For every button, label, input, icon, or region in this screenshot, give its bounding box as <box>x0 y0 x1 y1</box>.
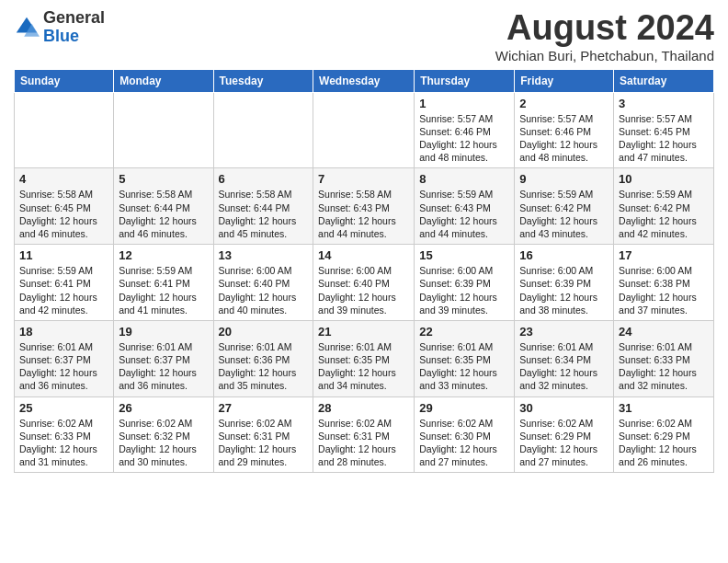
calendar-header-row: SundayMondayTuesdayWednesdayThursdayFrid… <box>15 69 714 92</box>
cell-info: Sunrise: 6:00 AM Sunset: 6:39 PM Dayligh… <box>519 264 609 316</box>
calendar-cell <box>213 92 313 168</box>
calendar-cell: 9Sunrise: 5:59 AM Sunset: 6:42 PM Daylig… <box>515 168 614 245</box>
cell-info: Sunrise: 5:59 AM Sunset: 6:41 PM Dayligh… <box>119 264 208 316</box>
cell-info: Sunrise: 6:00 AM Sunset: 6:40 PM Dayligh… <box>318 264 409 316</box>
calendar-cell: 14Sunrise: 6:00 AM Sunset: 6:40 PM Dayli… <box>313 245 415 321</box>
day-number: 31 <box>619 401 709 415</box>
day-number: 12 <box>119 248 208 262</box>
calendar-cell: 8Sunrise: 5:59 AM Sunset: 6:43 PM Daylig… <box>415 168 515 245</box>
calendar-table: SundayMondayTuesdayWednesdayThursdayFrid… <box>14 69 714 473</box>
calendar-cell: 4Sunrise: 5:58 AM Sunset: 6:45 PM Daylig… <box>15 168 114 245</box>
day-number: 9 <box>519 172 609 186</box>
cell-info: Sunrise: 6:01 AM Sunset: 6:33 PM Dayligh… <box>619 340 709 393</box>
calendar-week-row: 18Sunrise: 6:01 AM Sunset: 6:37 PM Dayli… <box>15 320 714 396</box>
calendar-cell: 2Sunrise: 5:57 AM Sunset: 6:46 PM Daylig… <box>515 92 614 168</box>
calendar-cell: 25Sunrise: 6:02 AM Sunset: 6:33 PM Dayli… <box>15 396 114 473</box>
cell-info: Sunrise: 5:57 AM Sunset: 6:45 PM Dayligh… <box>619 112 709 165</box>
day-number: 14 <box>318 248 409 262</box>
day-number: 27 <box>219 401 309 415</box>
calendar-cell: 31Sunrise: 6:02 AM Sunset: 6:29 PM Dayli… <box>614 396 714 473</box>
cell-info: Sunrise: 5:58 AM Sunset: 6:45 PM Dayligh… <box>19 188 108 240</box>
calendar-cell: 1Sunrise: 5:57 AM Sunset: 6:46 PM Daylig… <box>415 92 515 168</box>
calendar-cell <box>114 92 213 168</box>
cell-info: Sunrise: 6:01 AM Sunset: 6:37 PM Dayligh… <box>119 340 208 393</box>
cell-info: Sunrise: 6:02 AM Sunset: 6:31 PM Dayligh… <box>318 417 409 469</box>
calendar-cell: 10Sunrise: 5:59 AM Sunset: 6:42 PM Dayli… <box>614 168 714 245</box>
page-header: General Blue August 2024 Wichian Buri, P… <box>14 9 714 63</box>
day-header-tuesday: Tuesday <box>213 69 313 92</box>
cell-info: Sunrise: 6:02 AM Sunset: 6:30 PM Dayligh… <box>419 417 509 469</box>
calendar-cell: 3Sunrise: 5:57 AM Sunset: 6:45 PM Daylig… <box>614 92 714 168</box>
day-header-monday: Monday <box>114 69 213 92</box>
calendar-week-row: 1Sunrise: 5:57 AM Sunset: 6:46 PM Daylig… <box>15 92 714 168</box>
day-number: 26 <box>119 401 208 415</box>
calendar-cell: 24Sunrise: 6:01 AM Sunset: 6:33 PM Dayli… <box>614 320 714 396</box>
day-number: 25 <box>19 401 108 415</box>
calendar-cell: 29Sunrise: 6:02 AM Sunset: 6:30 PM Dayli… <box>415 396 515 473</box>
day-number: 21 <box>318 325 409 339</box>
calendar-cell <box>15 92 114 168</box>
calendar-cell: 16Sunrise: 6:00 AM Sunset: 6:39 PM Dayli… <box>515 245 614 321</box>
calendar-cell: 21Sunrise: 6:01 AM Sunset: 6:35 PM Dayli… <box>313 320 415 396</box>
calendar-cell: 30Sunrise: 6:02 AM Sunset: 6:29 PM Dayli… <box>515 396 614 473</box>
day-number: 30 <box>519 401 609 415</box>
calendar-week-row: 4Sunrise: 5:58 AM Sunset: 6:45 PM Daylig… <box>15 168 714 245</box>
calendar-cell: 5Sunrise: 5:58 AM Sunset: 6:44 PM Daylig… <box>114 168 213 245</box>
month-title: August 2024 <box>495 9 714 48</box>
cell-info: Sunrise: 6:02 AM Sunset: 6:29 PM Dayligh… <box>619 417 709 469</box>
cell-info: Sunrise: 6:01 AM Sunset: 6:35 PM Dayligh… <box>318 340 409 393</box>
logo-general-text: General <box>43 8 105 27</box>
calendar-cell: 13Sunrise: 6:00 AM Sunset: 6:40 PM Dayli… <box>213 245 313 321</box>
cell-info: Sunrise: 5:59 AM Sunset: 6:43 PM Dayligh… <box>419 188 509 240</box>
logo-icon <box>14 15 40 40</box>
cell-info: Sunrise: 6:01 AM Sunset: 6:34 PM Dayligh… <box>519 340 609 393</box>
calendar-cell: 15Sunrise: 6:00 AM Sunset: 6:39 PM Dayli… <box>415 245 515 321</box>
calendar-cell: 17Sunrise: 6:00 AM Sunset: 6:38 PM Dayli… <box>614 245 714 321</box>
day-number: 8 <box>419 172 509 186</box>
calendar-cell: 28Sunrise: 6:02 AM Sunset: 6:31 PM Dayli… <box>313 396 415 473</box>
calendar-cell: 23Sunrise: 6:01 AM Sunset: 6:34 PM Dayli… <box>515 320 614 396</box>
cell-info: Sunrise: 6:00 AM Sunset: 6:38 PM Dayligh… <box>619 264 709 316</box>
day-number: 18 <box>19 325 108 339</box>
day-number: 13 <box>219 248 309 262</box>
calendar-cell: 26Sunrise: 6:02 AM Sunset: 6:32 PM Dayli… <box>114 396 213 473</box>
day-number: 2 <box>519 97 609 110</box>
calendar-cell: 6Sunrise: 5:58 AM Sunset: 6:44 PM Daylig… <box>213 168 313 245</box>
day-number: 28 <box>318 401 409 415</box>
day-number: 5 <box>119 172 208 186</box>
day-number: 23 <box>519 325 609 339</box>
cell-info: Sunrise: 5:59 AM Sunset: 6:42 PM Dayligh… <box>519 188 609 240</box>
cell-info: Sunrise: 6:02 AM Sunset: 6:29 PM Dayligh… <box>519 417 609 469</box>
calendar-cell: 27Sunrise: 6:02 AM Sunset: 6:31 PM Dayli… <box>213 396 313 473</box>
cell-info: Sunrise: 5:57 AM Sunset: 6:46 PM Dayligh… <box>419 112 509 165</box>
cell-info: Sunrise: 5:59 AM Sunset: 6:42 PM Dayligh… <box>619 188 709 240</box>
calendar-cell: 7Sunrise: 5:58 AM Sunset: 6:43 PM Daylig… <box>313 168 415 245</box>
cell-info: Sunrise: 5:58 AM Sunset: 6:44 PM Dayligh… <box>119 188 208 240</box>
calendar-week-row: 11Sunrise: 5:59 AM Sunset: 6:41 PM Dayli… <box>15 245 714 321</box>
calendar-week-row: 25Sunrise: 6:02 AM Sunset: 6:33 PM Dayli… <box>15 396 714 473</box>
location-text: Wichian Buri, Phetchabun, Thailand <box>495 48 714 63</box>
calendar-cell: 11Sunrise: 5:59 AM Sunset: 6:41 PM Dayli… <box>15 245 114 321</box>
cell-info: Sunrise: 6:02 AM Sunset: 6:33 PM Dayligh… <box>19 417 108 469</box>
cell-info: Sunrise: 6:00 AM Sunset: 6:39 PM Dayligh… <box>419 264 509 316</box>
day-number: 22 <box>419 325 509 339</box>
day-number: 3 <box>619 97 709 110</box>
day-number: 29 <box>419 401 509 415</box>
day-number: 17 <box>619 248 709 262</box>
calendar-cell: 20Sunrise: 6:01 AM Sunset: 6:36 PM Dayli… <box>213 320 313 396</box>
cell-info: Sunrise: 5:58 AM Sunset: 6:44 PM Dayligh… <box>219 188 309 240</box>
day-number: 1 <box>419 97 509 110</box>
cell-info: Sunrise: 5:59 AM Sunset: 6:41 PM Dayligh… <box>19 264 108 316</box>
day-number: 15 <box>419 248 509 262</box>
day-header-friday: Friday <box>515 69 614 92</box>
day-number: 20 <box>219 325 309 339</box>
day-number: 11 <box>19 248 108 262</box>
day-number: 7 <box>318 172 409 186</box>
day-number: 6 <box>219 172 309 186</box>
cell-info: Sunrise: 5:57 AM Sunset: 6:46 PM Dayligh… <box>519 112 609 165</box>
day-number: 19 <box>119 325 208 339</box>
day-number: 24 <box>619 325 709 339</box>
day-number: 16 <box>519 248 609 262</box>
calendar-cell: 12Sunrise: 5:59 AM Sunset: 6:41 PM Dayli… <box>114 245 213 321</box>
day-header-thursday: Thursday <box>415 69 515 92</box>
